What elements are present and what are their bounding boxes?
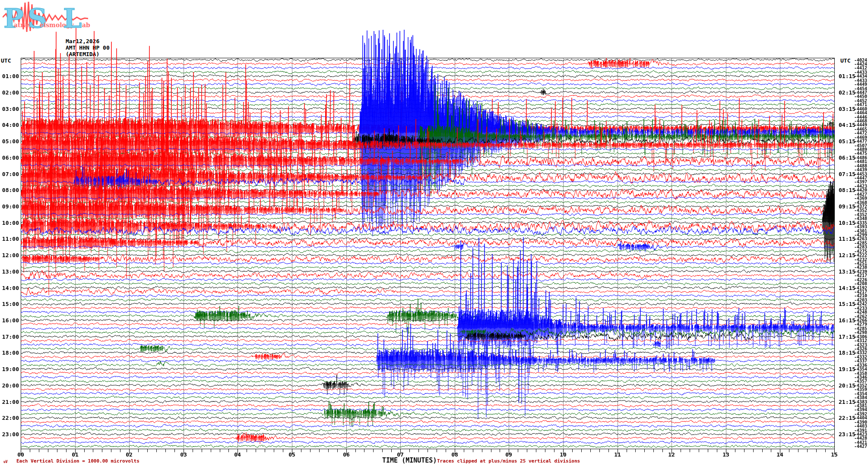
- left-hour-label: 01:00: [0, 73, 19, 79]
- left-hour-label: 02:00: [0, 89, 19, 96]
- helicorder-app: P atras S eismology L ab Mar12,2026 AMT …: [0, 0, 868, 466]
- left-hour-label: 11:00: [0, 236, 19, 242]
- axis-minute-label: 04: [230, 451, 245, 458]
- axis-minute-label: 12: [664, 451, 679, 458]
- left-hour-label: 05:00: [0, 138, 19, 145]
- left-hour-label: 21:00: [0, 399, 19, 405]
- vertical-division-caption: Each Vertical Division = 1000.00 microvo…: [16, 458, 139, 464]
- left-hour-label: 18:00: [0, 350, 19, 356]
- clip-note-caption: Traces clipped at plus/minus 25 vertical…: [437, 458, 580, 464]
- left-hour-label: 09:00: [0, 203, 19, 210]
- axis-minute-label: 09: [501, 451, 516, 458]
- left-hour-label: 12:00: [0, 252, 19, 258]
- axis-minute-label: 10: [556, 451, 570, 458]
- axis-minute-label: 02: [122, 451, 136, 458]
- left-hour-label: 06:00: [0, 154, 19, 161]
- left-hour-label: 08:00: [0, 187, 19, 193]
- axis-minute-label: 06: [339, 451, 354, 458]
- left-hour-label: 14:00: [0, 285, 19, 291]
- axis-minute-label: 01: [68, 451, 82, 458]
- axis-minute-label: 15: [827, 451, 842, 458]
- time-axis-title: TIME (MINUTES): [382, 457, 437, 464]
- left-hour-label: 17:00: [0, 334, 19, 340]
- axis-minute-label: 05: [285, 451, 299, 458]
- axis-minute-label: 03: [176, 451, 191, 458]
- left-hour-label: 19:00: [0, 366, 19, 372]
- axis-minute-label: 11: [610, 451, 625, 458]
- left-hour-label: 07:00: [0, 171, 19, 177]
- left-hour-label: 22:00: [0, 415, 19, 421]
- right-count-value: -4427: [845, 444, 867, 449]
- left-hour-label: 04:00: [0, 122, 19, 128]
- axis-minute-label: 00: [13, 451, 28, 458]
- microvolt-unit-label: uV: [3, 460, 8, 464]
- left-hour-label: 15:00: [0, 301, 19, 307]
- axis-minute-label: 08: [447, 451, 462, 458]
- helicorder-plot: [0, 0, 868, 466]
- left-hour-label: 20:00: [0, 382, 19, 389]
- left-hour-label: 23:00: [0, 431, 19, 438]
- axis-minute-label: 13: [719, 451, 733, 458]
- left-hour-label: 13:00: [0, 268, 19, 275]
- axis-minute-label: 14: [773, 451, 787, 458]
- left-hour-label: 16:00: [0, 317, 19, 324]
- left-hour-label: 03:00: [0, 106, 19, 112]
- left-hour-label: 10:00: [0, 220, 19, 226]
